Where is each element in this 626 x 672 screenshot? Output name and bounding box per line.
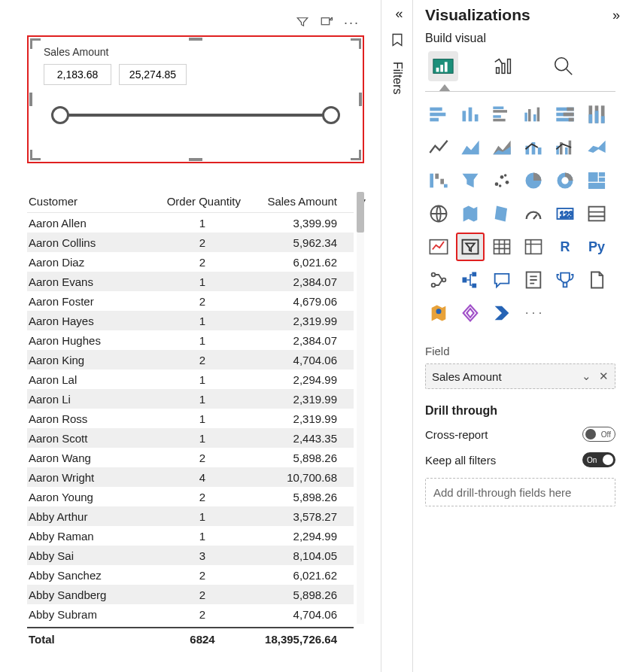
vertical-scrollbar[interactable] xyxy=(357,192,364,624)
viz-slicer-icon[interactable] xyxy=(457,233,484,260)
table-row[interactable]: Aaron King24,704.06 xyxy=(27,350,354,369)
table-row[interactable]: Abby Sai38,104.05 xyxy=(27,546,354,565)
resize-handle[interactable] xyxy=(30,150,41,160)
slicer-min-input[interactable] xyxy=(44,64,111,85)
table-row[interactable]: Aaron Evans12,384.07 xyxy=(27,272,354,291)
table-row[interactable]: Abby Subram24,704.06 xyxy=(27,604,354,624)
viz-shape-map-icon[interactable] xyxy=(488,200,515,227)
filter-icon[interactable] xyxy=(296,15,309,31)
table-visual[interactable]: ▾ Customer Order Quantity Sales Amount A… xyxy=(27,190,364,649)
table-row[interactable]: Aaron Wright410,700.68 xyxy=(27,467,354,487)
bookmark-icon[interactable] xyxy=(390,32,405,50)
viz-decomposition-tree-icon[interactable] xyxy=(457,266,484,293)
keep-filters-toggle[interactable]: On xyxy=(582,452,615,467)
table-row[interactable]: Aaron Hughes12,384.07 xyxy=(27,330,354,350)
viz-kpi-icon[interactable] xyxy=(425,233,452,260)
col-header-customer[interactable]: Customer xyxy=(29,195,164,208)
table-row[interactable]: Aaron Scott12,443.35 xyxy=(27,428,354,448)
resize-handle[interactable] xyxy=(189,38,202,41)
viz-scatter-icon[interactable] xyxy=(488,167,515,194)
viz-goals-icon[interactable] xyxy=(552,266,579,293)
resize-handle[interactable] xyxy=(189,158,202,161)
viz-line-icon[interactable] xyxy=(425,134,452,161)
viz-line-clustered-column-icon[interactable] xyxy=(552,134,579,161)
resize-handle[interactable] xyxy=(30,38,41,49)
col-header-amt[interactable]: Sales Amount xyxy=(247,195,343,208)
viz-pie-icon[interactable] xyxy=(520,167,547,194)
table-row[interactable]: Aaron Allen13,399.99 xyxy=(27,213,354,233)
field-well[interactable]: Sales Amount ⌄ ✕ xyxy=(425,363,615,389)
viz-matrix-icon[interactable] xyxy=(520,233,547,260)
viz-python-icon[interactable]: Py xyxy=(583,233,610,260)
table-row[interactable]: Aaron Diaz26,021.62 xyxy=(27,252,354,272)
viz-multi-row-card-icon[interactable] xyxy=(583,200,610,227)
resize-handle[interactable] xyxy=(351,150,361,160)
col-header-qty[interactable]: Order Quantity xyxy=(164,195,247,208)
viz-line-stacked-column-icon[interactable] xyxy=(520,134,547,161)
viz-100-stacked-column-icon[interactable] xyxy=(583,101,610,128)
table-row[interactable]: Aaron Collins25,962.34 xyxy=(27,233,354,252)
viz-gauge-icon[interactable] xyxy=(520,200,547,227)
table-row[interactable]: Abby Arthur13,578.27 xyxy=(27,506,354,526)
resize-handle[interactable] xyxy=(29,93,32,106)
viz-treemap-icon[interactable] xyxy=(583,167,610,194)
viz-clustered-column-icon[interactable] xyxy=(520,101,547,128)
table-row[interactable]: Aaron Li12,319.99 xyxy=(27,389,354,409)
field-chevron-icon[interactable]: ⌄ xyxy=(582,369,591,383)
tab-build-visual[interactable] xyxy=(428,51,458,81)
expand-chevron-icon[interactable]: » xyxy=(612,8,615,23)
viz-filled-map-icon[interactable] xyxy=(457,200,484,227)
tab-analytics[interactable] xyxy=(549,51,579,81)
viz-waterfall-icon[interactable] xyxy=(425,167,452,194)
table-row[interactable]: Aaron Young25,898.26 xyxy=(27,487,354,506)
slicer-range[interactable] xyxy=(53,106,339,124)
tab-format-visual[interactable] xyxy=(488,51,518,81)
more-options-icon[interactable]: ··· xyxy=(344,15,360,31)
drill-through-dropzone[interactable]: Add drill-through fields here xyxy=(425,478,615,506)
viz-stacked-area-icon[interactable] xyxy=(488,134,515,161)
report-canvas[interactable]: ··· Sales Amount ▾ Customer Order Quanti… xyxy=(0,0,381,672)
cross-report-toggle[interactable]: Off xyxy=(582,427,615,442)
viz-get-more-icon[interactable]: · · · xyxy=(520,300,547,327)
field-remove-icon[interactable]: ✕ xyxy=(599,369,609,383)
viz-stacked-column-icon[interactable] xyxy=(457,101,484,128)
viz-area-icon[interactable] xyxy=(457,134,484,161)
viz-key-influencers-icon[interactable] xyxy=(425,266,452,293)
resize-handle[interactable] xyxy=(351,38,361,49)
collapse-chevron-icon[interactable]: « xyxy=(395,6,398,22)
viz-map-icon[interactable] xyxy=(425,200,452,227)
table-row[interactable]: Aaron Ross12,319.99 xyxy=(27,409,354,428)
slicer-visual[interactable]: Sales Amount xyxy=(27,35,364,163)
viz-power-automate-icon[interactable] xyxy=(488,300,515,327)
slider-handle-min[interactable] xyxy=(51,106,69,124)
scrollbar-thumb[interactable] xyxy=(357,192,364,233)
viz-azure-map-icon[interactable] xyxy=(425,300,452,327)
resize-handle[interactable] xyxy=(359,93,362,106)
viz-card-icon[interactable]: 123 xyxy=(552,200,579,227)
viz-donut-icon[interactable] xyxy=(552,167,579,194)
viz-clustered-bar-icon[interactable] xyxy=(488,101,515,128)
cell-qty: 2 xyxy=(164,295,247,308)
slider-handle-max[interactable] xyxy=(322,106,340,124)
table-row[interactable]: Aaron Wang25,898.26 xyxy=(27,448,354,467)
viz-100-stacked-bar-icon[interactable] xyxy=(552,101,579,128)
table-row[interactable]: Aaron Foster24,679.06 xyxy=(27,291,354,311)
viz-power-apps-icon[interactable] xyxy=(457,300,484,327)
viz-funnel-icon[interactable] xyxy=(457,167,484,194)
table-row[interactable]: Abby Raman12,294.99 xyxy=(27,526,354,546)
viz-ribbon-icon[interactable] xyxy=(583,134,610,161)
table-row[interactable]: Aaron Hayes12,319.99 xyxy=(27,311,354,330)
focus-mode-icon[interactable] xyxy=(320,15,333,31)
filters-label[interactable]: Filters xyxy=(390,62,404,95)
table-row[interactable]: Abby Sandberg25,898.26 xyxy=(27,585,354,604)
viz-smart-narrative-icon[interactable] xyxy=(520,266,547,293)
viz-table-icon[interactable] xyxy=(488,233,515,260)
table-row[interactable]: Abby Sanchez26,021.62 xyxy=(27,565,354,585)
viz-qna-icon[interactable] xyxy=(488,266,515,293)
viz-paginated-report-icon[interactable] xyxy=(583,266,610,293)
viz-r-script-icon[interactable]: R xyxy=(552,233,579,260)
slicer-max-input[interactable] xyxy=(119,64,187,85)
table-row[interactable]: Aaron Lal12,294.99 xyxy=(27,369,354,389)
filters-pane-collapsed[interactable]: « Filters xyxy=(381,0,412,672)
viz-stacked-bar-icon[interactable] xyxy=(425,101,452,128)
